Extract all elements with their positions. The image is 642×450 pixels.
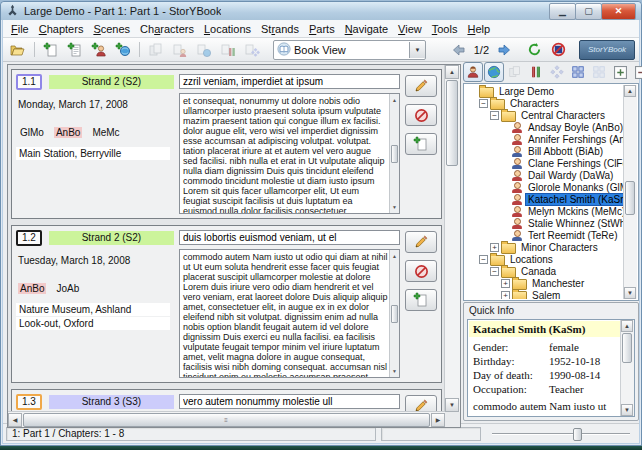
tree-item-minor-characters[interactable]: +Minor Characters: [465, 241, 623, 253]
delete-scene-button[interactable]: [405, 104, 437, 126]
tree-item-annifer-fershings-anfe-[interactable]: Annifer Fershings (AnFe): [465, 133, 623, 145]
new-character-button[interactable]: [88, 40, 110, 60]
edit-scene-button[interactable]: [405, 231, 437, 253]
previous-part-button[interactable]: [448, 40, 470, 60]
character-chip-AnBo[interactable]: AnBo: [18, 283, 46, 294]
delete-scene-button[interactable]: [405, 260, 437, 282]
tree-expander[interactable]: +: [490, 243, 499, 252]
show-strands-toggle[interactable]: [526, 62, 546, 82]
tree-item-tert-reemidt-tere-[interactable]: Tert Reemidt (TeRe): [465, 229, 623, 241]
tree-item-dail-wardy-dawa-[interactable]: Dail Wardy (DaWa): [465, 169, 623, 181]
tree-item-andsay-boyle-anbo-[interactable]: Andsay Boyle (AnBo): [465, 121, 623, 133]
tree-item-canada[interactable]: −Canada: [465, 265, 623, 277]
tree-item-locations[interactable]: −Locations: [465, 253, 623, 265]
add-scene-button[interactable]: [405, 289, 437, 311]
scroll-left-icon[interactable]: ◀: [8, 413, 22, 427]
tree-item-clane-fershings-clfe-[interactable]: Clane Fershings (ClFe): [465, 157, 623, 169]
menu-view[interactable]: View: [393, 22, 427, 36]
maximize-button[interactable]: ▢: [575, 3, 602, 20]
quick-info-scrollbar[interactable]: ▲ ▼: [620, 320, 634, 416]
minimize-button[interactable]: ▁: [549, 3, 576, 20]
refresh-button[interactable]: [523, 40, 545, 60]
add-scene-button[interactable]: [405, 133, 437, 155]
manage-strands-button[interactable]: [217, 40, 239, 60]
character-chip-MeMc[interactable]: MeMc: [90, 127, 121, 138]
scrollbar-thumb[interactable]: [622, 333, 632, 363]
scrollbar-thumb[interactable]: [625, 181, 635, 215]
character-chip-GlMo[interactable]: GlMo: [18, 127, 46, 138]
vertical-scrollbar[interactable]: ▲ ▼: [444, 65, 460, 412]
new-location-button[interactable]: [112, 40, 134, 60]
menu-locations[interactable]: Locations: [199, 22, 256, 36]
manage-characters-button[interactable]: [169, 40, 191, 60]
text-scrollbar[interactable]: ▲▼: [389, 94, 399, 213]
menu-navigate[interactable]: Navigate: [340, 22, 393, 36]
tree-expander[interactable]: −: [490, 111, 499, 120]
tree-item-salem[interactable]: +Salem: [465, 289, 623, 299]
manage-parts-button[interactable]: [241, 40, 263, 60]
character-chip-JoAb[interactable]: JoAb: [54, 283, 81, 294]
tree-item-bill-abbott-biab-[interactable]: Bill Abbott (BiAb): [465, 145, 623, 157]
close-button[interactable]: ✕: [601, 3, 636, 20]
scroll-right-icon[interactable]: ▶: [431, 413, 445, 427]
collapse-all-button[interactable]: [589, 62, 609, 82]
menu-strands[interactable]: Strands: [256, 22, 304, 36]
scene-text[interactable]: et consequat, nonummy ut dolore nobis od…: [179, 93, 400, 214]
text-scrollbar[interactable]: ▲▼: [389, 250, 399, 377]
new-chapter-button[interactable]: [40, 40, 62, 60]
view-selector[interactable]: Book View ▼: [273, 40, 426, 60]
scene-title-input[interactable]: [179, 230, 400, 245]
tree-item-characters[interactable]: −Characters: [465, 97, 623, 109]
scene-title-input[interactable]: [179, 394, 400, 409]
scroll-up-icon[interactable]: ▲: [445, 65, 459, 79]
scroll-up-icon[interactable]: ▲: [621, 320, 633, 332]
character-chip-AnBo[interactable]: AnBo: [54, 127, 82, 138]
slider-thumb[interactable]: [573, 428, 582, 441]
menu-scenes[interactable]: Scenes: [88, 22, 135, 36]
manage-chapters-button[interactable]: [145, 40, 167, 60]
tree-item-katachel-smith-kasm-[interactable]: Katachel Smith (KaSm): [465, 193, 623, 205]
menu-file[interactable]: File: [6, 22, 34, 36]
edit-scene-button[interactable]: [405, 395, 437, 412]
menu-help[interactable]: Help: [462, 22, 495, 36]
show-characters-toggle[interactable]: [463, 62, 483, 82]
exit-button[interactable]: [547, 40, 569, 60]
scroll-up-icon[interactable]: ▲: [392, 95, 397, 105]
scroll-down-icon[interactable]: ▼: [392, 202, 397, 212]
expand-all-button[interactable]: [568, 62, 588, 82]
new-scene-button[interactable]: [64, 40, 86, 60]
scroll-down-icon[interactable]: ▼: [621, 404, 633, 416]
edit-scene-button[interactable]: [405, 75, 437, 97]
next-part-button[interactable]: [493, 40, 515, 60]
tree-scrollbar[interactable]: ▲ ▼: [623, 85, 637, 299]
scrollbar-thumb[interactable]: [391, 145, 398, 163]
scene-text[interactable]: commodo autem Nam iusto ut odio qui diam…: [179, 249, 400, 378]
scroll-up-icon[interactable]: ▲: [624, 85, 636, 97]
scene-title-input[interactable]: [179, 74, 400, 89]
tree-item-manchester[interactable]: +Manchester: [465, 277, 623, 289]
scroll-down-icon[interactable]: ▼: [624, 287, 636, 299]
expand-node-button[interactable]: [610, 62, 630, 82]
tree-expander[interactable]: −: [479, 99, 488, 108]
menu-characters[interactable]: Characters: [135, 22, 199, 36]
zoom-slider[interactable]: [486, 427, 636, 440]
open-project-button[interactable]: [7, 40, 29, 60]
tree-expander[interactable]: −: [479, 255, 488, 264]
menu-chapters[interactable]: Chapters: [34, 22, 89, 36]
menu-parts[interactable]: Parts: [304, 22, 340, 36]
tree-expander[interactable]: +: [501, 291, 510, 300]
menu-tools[interactable]: Tools: [427, 22, 463, 36]
tree-item-stalie-whinnez-stwh-[interactable]: Stalie Whinnez (StWh): [465, 217, 623, 229]
scroll-up-icon[interactable]: ▲: [392, 251, 397, 261]
tree-item-large-demo[interactable]: Large Demo: [465, 85, 623, 97]
scroll-down-icon[interactable]: ▼: [392, 366, 397, 376]
scrollbar-thumb[interactable]: ≡: [23, 413, 430, 427]
chevron-down-icon[interactable]: ▼: [409, 42, 425, 58]
scrollbar-thumb[interactable]: [391, 305, 398, 323]
collapse-node-button[interactable]: [631, 62, 642, 82]
tree-item-central-characters[interactable]: −Central Characters: [465, 109, 623, 121]
scroll-down-icon[interactable]: ▼: [445, 398, 459, 412]
title-bar[interactable]: Large Demo - Part 1: Part 1 - StorYBook …: [1, 2, 641, 20]
tree-item-melyn-mckins-memc-[interactable]: Melyn Mckins (MeMc): [465, 205, 623, 217]
scrollbar-thumb[interactable]: [446, 80, 458, 166]
